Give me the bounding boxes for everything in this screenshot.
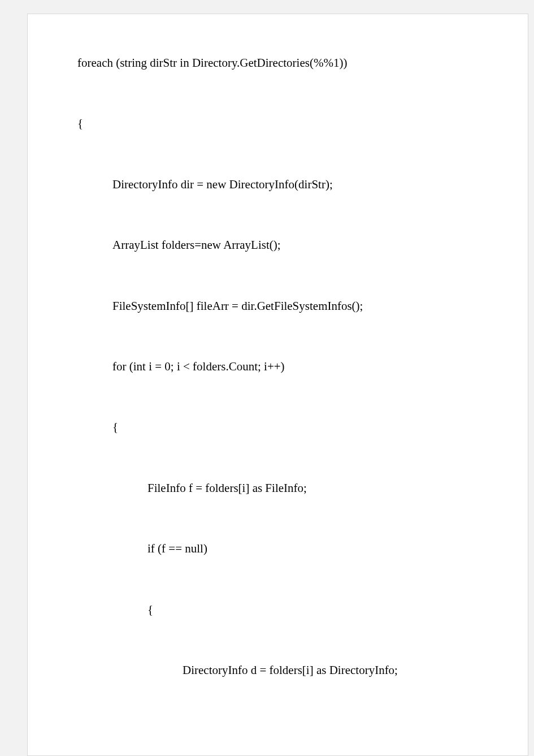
code-line: FileInfo f = folders[i] as FileInfo; bbox=[77, 480, 478, 496]
code-line: DirectoryInfo d = folders[i] as Director… bbox=[77, 662, 478, 679]
code-line: { bbox=[77, 115, 478, 132]
code-line: for (int i = 0; i < folders.Count; i++) bbox=[77, 358, 478, 375]
code-line: FileSystemInfo[] fileArr = dir.GetFileSy… bbox=[77, 298, 478, 314]
code-line: DirectoryInfo dir = new DirectoryInfo(di… bbox=[77, 176, 478, 193]
code-line: { bbox=[77, 419, 478, 435]
code-line: foreach (string dirStr in Directory.GetD… bbox=[77, 55, 478, 71]
document-page: foreach (string dirStr in Directory.GetD… bbox=[27, 14, 528, 756]
code-line: { bbox=[77, 602, 478, 618]
code-line: if (f == null) bbox=[77, 541, 478, 557]
code-line: ArrayList folders=new ArrayList(); bbox=[77, 237, 478, 253]
